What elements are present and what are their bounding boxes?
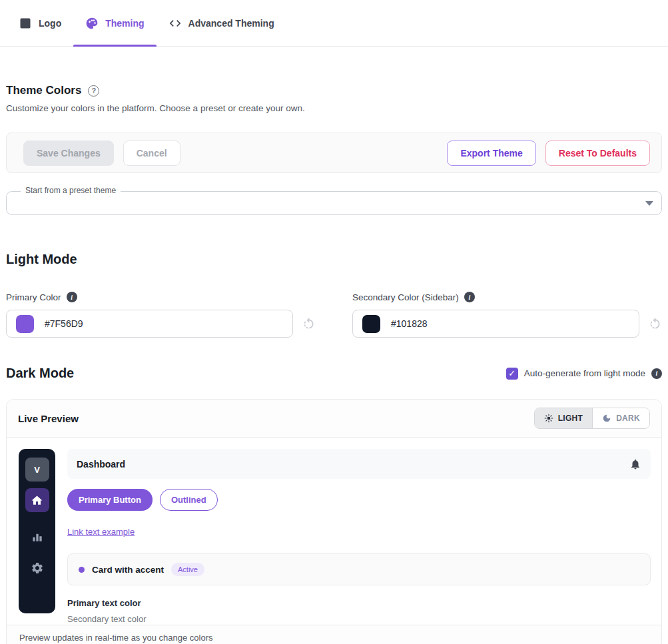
dark-mode-toggle-button[interactable]: DARK [592,408,649,428]
live-preview-panel: Live Preview LIGHT DARK V [6,399,662,644]
preview-mode-toggle: LIGHT DARK [534,408,650,429]
sun-icon [544,414,553,423]
light-mode-title: Light Mode [6,252,662,267]
theme-action-bar: Save Changes Cancel Export Theme Reset T… [6,133,662,173]
tab-theming[interactable]: Theming [73,0,156,46]
secondary-color-reset-button[interactable] [648,317,662,331]
reset-defaults-button[interactable]: Reset To Defaults [545,141,650,166]
preview-appbar-title: Dashboard [77,459,125,470]
help-icon[interactable]: ? [88,85,99,97]
light-mode-toggle-button[interactable]: LIGHT [535,408,593,428]
preview-logo-mark: V [25,458,49,482]
preview-card-title: Card with accent [92,565,164,575]
dark-mode-title: Dark Mode [6,366,74,381]
preset-theme-select-label: Start from a preset theme [21,186,121,195]
image-icon [19,17,32,30]
secondary-color-input[interactable]: #101828 [352,310,639,338]
primary-color-swatch[interactable] [16,315,34,333]
secondary-color-value: #101828 [391,318,428,329]
page-title: Theme Colors [6,84,81,97]
primary-color-input[interactable]: #7F56D9 [6,310,293,338]
moon-icon [602,414,611,423]
home-icon [31,494,43,507]
tab-logo-label: Logo [39,18,61,29]
status-badge: Active [171,563,204,576]
preview-nav-settings[interactable] [31,561,44,575]
tab-logo[interactable]: Logo [7,0,73,46]
info-icon[interactable]: i [651,368,662,379]
primary-color-field: Primary Color i #7F56D9 [6,292,316,338]
preview-appbar: Dashboard [67,449,651,479]
preview-primary-button[interactable]: Primary Button [67,489,153,511]
primary-color-value: #7F56D9 [45,318,83,329]
save-changes-button[interactable]: Save Changes [23,141,114,166]
secondary-color-field: Secondary Color (Sidebar) i #101828 [352,292,662,338]
secondary-color-swatch[interactable] [362,315,380,333]
page-subtitle: Customize your colors in the platform. C… [6,103,662,113]
rotate-reset-icon [302,317,316,331]
tab-bar: Logo Theming Advanced Theming [0,0,668,47]
preview-accent-card: Card with accent Active [67,553,651,585]
primary-color-label: Primary Color [6,292,61,302]
accent-dot-icon [79,567,85,573]
tab-advanced-theming-label: Advanced Theming [188,18,274,29]
primary-color-reset-button[interactable] [302,317,316,331]
tab-theming-label: Theming [105,18,144,29]
preset-theme-select[interactable]: Start from a preset theme [6,191,662,215]
preview-footer-note: Preview updates in real-time as you chan… [7,625,661,644]
preview-link[interactable]: Link text example [67,527,135,537]
chevron-down-icon [645,201,653,206]
rotate-reset-icon [648,317,662,331]
code-icon [168,17,182,30]
preview-secondary-text-sample: Secondary text color [67,614,651,624]
preview-nav-analytics[interactable] [31,530,44,543]
bar-chart-icon [31,530,44,543]
secondary-color-label: Secondary Color (Sidebar) [352,292,459,302]
info-icon[interactable]: i [464,292,475,302]
preview-primary-text-sample: Primary text color [67,598,651,608]
preview-sidebar: V [19,449,55,613]
auto-generate-checkbox[interactable]: ✓ [506,368,518,380]
bell-icon[interactable] [629,458,641,470]
live-preview-title: Live Preview [18,413,79,424]
preview-nav-home[interactable] [25,488,49,512]
preview-main: Dashboard Primary Button Outlined Link t… [67,449,651,624]
light-toggle-label: LIGHT [558,414,583,423]
info-icon[interactable]: i [67,292,77,302]
export-theme-button[interactable]: Export Theme [447,141,535,166]
dark-toggle-label: DARK [616,414,640,423]
gear-icon [31,561,44,575]
cancel-button[interactable]: Cancel [123,141,180,166]
tab-advanced-theming[interactable]: Advanced Theming [157,0,286,46]
palette-icon [85,17,99,30]
preview-outlined-button[interactable]: Outlined [160,489,218,511]
auto-generate-label: Auto-generate from light mode [524,368,645,378]
